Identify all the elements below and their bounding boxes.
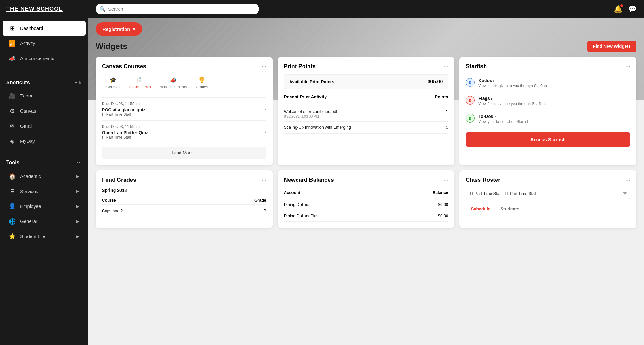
roster-select[interactable]: IT Part Time Staff - IT Part Time Staff [466, 188, 630, 199]
tab-announcements[interactable]: 📣 Announcements [155, 74, 191, 92]
print-points-widget: Print Points ··· Available Print Points:… [278, 57, 455, 165]
canvas-courses-menu-icon[interactable]: ··· [262, 63, 266, 70]
tab-assignments[interactable]: 📋 Assignments [125, 74, 155, 92]
student-life-icon: ⭐ [9, 233, 16, 240]
kudos-label[interactable]: Kudos › [478, 78, 548, 83]
grade-row: Capstone 2 P [102, 206, 266, 216]
final-grades-menu-icon[interactable]: ··· [262, 177, 266, 183]
starfish-menu-icon[interactable]: ··· [625, 63, 630, 70]
tab-announcements-icon: 📣 [170, 77, 177, 84]
todos-label[interactable]: To-Dos › [478, 114, 530, 119]
sidebar-item-zoom[interactable]: 🎥 Zoom [3, 89, 86, 103]
sidebar-logo: THE NEW SCHOOL ← [0, 0, 88, 17]
sidebar-item-employee[interactable]: 👤 Employee ▶ [3, 199, 86, 214]
hamburger-icon[interactable]: ← [76, 6, 82, 12]
sidebar-item-myday[interactable]: ◈ MyDay [3, 134, 86, 148]
grade-semester: Spring 2018 [102, 188, 266, 193]
sidebar-item-announcements[interactable]: 📣 Announcements [3, 51, 86, 66]
balance-row: Dining Dollars Plus $0.00 [284, 210, 448, 222]
activity-item: WelcomeLetter-combined.pdf 8/22/2023, 1:… [284, 106, 448, 122]
find-widgets-button[interactable]: Find New Widgets [587, 41, 636, 52]
shortcuts-section: Shortcuts Edit [0, 75, 88, 88]
recent-activity-label: Recent Print Activity [284, 94, 327, 99]
class-roster-menu-icon[interactable]: ··· [625, 177, 630, 183]
access-starfish-button[interactable]: Access Starfish [466, 132, 630, 147]
kudos-desc: View kudos given to you through Starfish… [478, 84, 548, 88]
activity-name: WelcomeLetter-combined.pdf [284, 109, 337, 114]
tools-section: Tools ··· [0, 154, 88, 169]
sidebar-item-general[interactable]: 🌐 General ▶ [3, 214, 86, 229]
tools-nav: 🏠 Academic ▶ 🖥 Services ▶ 👤 Employee ▶ 🌐… [0, 169, 88, 244]
chat-icon[interactable]: 💬 [628, 5, 636, 13]
grades-icon: 🏆 [198, 77, 205, 84]
chevron-right-icon: ▶ [76, 234, 79, 239]
canvas-courses-header: Canvas Courses ··· [102, 63, 266, 70]
activity-details: Scaling-Up Innovation with Emerging [284, 125, 351, 130]
newcard-menu-icon[interactable]: ··· [443, 177, 448, 183]
flags-desc: View flags given to you through Starfish… [478, 102, 546, 106]
content-area: Registration ▾ Widgets Find New Widgets … [88, 18, 644, 345]
final-grades-title: Final Grades [102, 177, 136, 183]
activity-item: Scaling-Up Innovation with Emerging 1 [284, 122, 448, 134]
top-bar: 🔍 🔔 💬 [88, 0, 644, 18]
balance-row: Dining Dollars $0.00 [284, 199, 448, 210]
search-icon: 🔍 [99, 6, 106, 12]
tools-menu-icon[interactable]: ··· [77, 159, 82, 166]
sidebar-item-label: Employee [20, 203, 41, 209]
starfish-todos-item: 0 To-Dos › View your to-do list on Starf… [466, 110, 630, 128]
canvas-courses-widget: Canvas Courses ··· 🎓 Courses 📋 Assignmen… [96, 57, 273, 165]
tab-grades[interactable]: 🏆 Grades [191, 74, 212, 92]
tab-students-label: Students [501, 206, 519, 211]
academic-icon: 🏠 [9, 173, 16, 180]
chevron-right-icon[interactable]: › [264, 106, 266, 112]
sidebar-nav: ⊞ Dashboard 📶 Activity 📣 Announcements [0, 17, 88, 70]
sidebar-item-label: General [20, 219, 37, 224]
search-input[interactable] [96, 4, 259, 14]
tab-students[interactable]: Students [496, 204, 525, 214]
sidebar-divider [0, 72, 88, 72]
sidebar-item-gmail[interactable]: ✉ Gmail [3, 119, 86, 133]
dashboard-icon: ⊞ [9, 25, 16, 32]
flags-label[interactable]: Flags › [478, 96, 546, 101]
starfish-kudos-item: 0 Kudos › View kudos given to you throug… [466, 74, 630, 92]
sidebar-item-dashboard[interactable]: ⊞ Dashboard [3, 21, 86, 36]
tab-courses-label: Courses [106, 85, 120, 89]
widgets-header: Widgets Find New Widgets [96, 41, 636, 52]
final-grades-widget: Final Grades ··· Spring 2018 Course Grad… [96, 170, 273, 228]
sidebar-item-canvas[interactable]: ⚙ Canvas [3, 104, 86, 118]
sidebar: THE NEW SCHOOL ← ⊞ Dashboard 📶 Activity … [0, 0, 88, 345]
balance-cell: $0.00 [438, 202, 448, 207]
account-col-header: Account [284, 190, 300, 195]
kudos-details: Kudos › View kudos given to you through … [478, 78, 548, 88]
tab-assignments-label: Assignments [129, 85, 151, 89]
sidebar-item-services[interactable]: 🖥 Services ▶ [3, 184, 86, 198]
sidebar-item-label: Student Life [20, 234, 45, 239]
course-cell: Capstone 2 [102, 209, 123, 213]
course-tabs: 🎓 Courses 📋 Assignments 📣 Announcements [102, 74, 266, 92]
assignments-icon: 📋 [136, 77, 143, 84]
points-label: Points [435, 94, 448, 99]
print-points-menu-icon[interactable]: ··· [443, 63, 448, 70]
shortcuts-edit[interactable]: Edit [75, 80, 82, 85]
tab-courses[interactable]: 🎓 Courses [102, 74, 125, 92]
sidebar-item-student-life[interactable]: ⭐ Student Life ▶ [3, 229, 86, 244]
course-col-header: Course [102, 198, 116, 203]
sidebar-item-label: Activity [20, 41, 35, 46]
print-points-header: Print Points ··· [284, 63, 448, 70]
chevron-right-icon: ▶ [76, 189, 79, 193]
tab-schedule[interactable]: Schedule [466, 204, 495, 214]
sidebar-item-label: Canvas [20, 108, 36, 114]
dropdown-arrow-icon: ▾ [133, 26, 135, 32]
assignment-name: POC at a glance quiz [102, 107, 145, 112]
sidebar-item-activity[interactable]: 📶 Activity [3, 36, 86, 51]
notification-dot [620, 4, 623, 7]
registration-button[interactable]: Registration ▾ [96, 22, 142, 36]
sidebar-item-label: MyDay [20, 138, 35, 144]
sidebar-item-academic[interactable]: 🏠 Academic ▶ [3, 169, 86, 184]
assignment-course: IT Part Time Staff [102, 112, 145, 117]
account-cell: Dining Dollars Plus [284, 214, 319, 218]
chevron-right-icon[interactable]: › [264, 129, 266, 135]
load-more-button[interactable]: Load More... [102, 147, 266, 159]
flags-badge: 0 [466, 96, 475, 105]
starfish-flags-item: 0 Flags › View flags given to you throug… [466, 92, 630, 110]
